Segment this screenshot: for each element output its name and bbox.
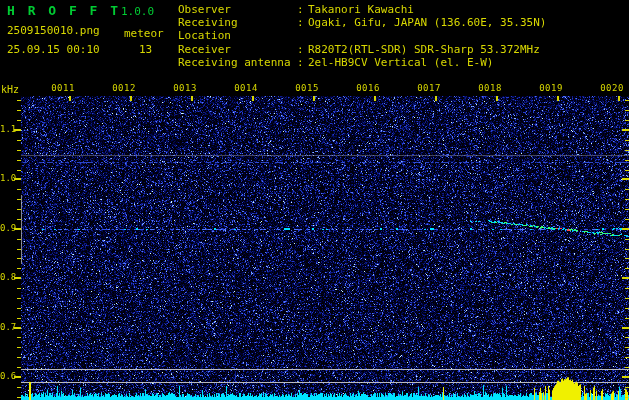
time-tick-label: 0012	[111, 83, 137, 93]
app-title: H R O F F T	[7, 3, 121, 18]
time-tick-label: 0016	[355, 83, 381, 93]
info-row-receiver: Receiver:R820T2(RTL-SDR) SDR-Sharp 53.37…	[178, 43, 546, 56]
station-info: Observer:Takanori Kawachi Receiving Loca…	[178, 3, 546, 69]
info-value: Ogaki, Gifu, JAPAN (136.60E, 35.35N)	[308, 16, 546, 42]
app-version: 1.0.0	[121, 5, 154, 18]
info-colon: :	[297, 43, 305, 56]
freq-tick-label: 0.8	[0, 272, 14, 282]
time-tick-label: 0014	[233, 83, 259, 93]
timestamp: 25.09.15 00:10	[7, 43, 100, 56]
info-label: Receiving antenna	[178, 56, 297, 69]
info-colon: :	[297, 3, 305, 16]
info-colon: :	[297, 56, 305, 69]
time-tick-label: 0013	[172, 83, 198, 93]
freq-tick-label: 1.0	[0, 173, 14, 183]
mode-label: meteor	[124, 27, 164, 40]
freq-tick-label: 0.9	[0, 223, 14, 233]
info-label: Receiving Location	[178, 16, 297, 42]
freq-axis-unit: kHz	[1, 84, 19, 95]
freq-tick-label: 0.6	[0, 371, 14, 381]
info-value: 2el-HB9CV Vertical (el. E-W)	[308, 56, 493, 69]
time-tick-label: 0011	[50, 83, 76, 93]
freq-tick-label: 1.1	[0, 124, 14, 134]
time-tick-label: 0017	[416, 83, 442, 93]
output-filename: 2509150010.png	[7, 24, 100, 37]
time-tick-label: 0019	[538, 83, 564, 93]
time-tick-label: 0015	[294, 83, 320, 93]
info-row-location: Receiving Location:Ogaki, Gifu, JAPAN (1…	[178, 16, 546, 42]
info-row-antenna: Receiving antenna:2el-HB9CV Vertical (el…	[178, 56, 546, 69]
echo-count: 13	[139, 43, 152, 56]
time-tick-label: 0020	[599, 83, 625, 93]
info-label: Receiver	[178, 43, 297, 56]
hrofft-window: H R O F F T 1.0.0 2509150010.png meteor …	[0, 0, 629, 400]
time-tick-label: 0018	[477, 83, 503, 93]
info-colon: :	[297, 16, 305, 42]
info-label: Observer	[178, 3, 297, 16]
info-value: R820T2(RTL-SDR) SDR-Sharp 53.372MHz	[308, 43, 540, 56]
info-value: Takanori Kawachi	[308, 3, 414, 16]
info-row-observer: Observer:Takanori Kawachi	[178, 3, 546, 16]
freq-tick-label: 0.7	[0, 322, 14, 332]
